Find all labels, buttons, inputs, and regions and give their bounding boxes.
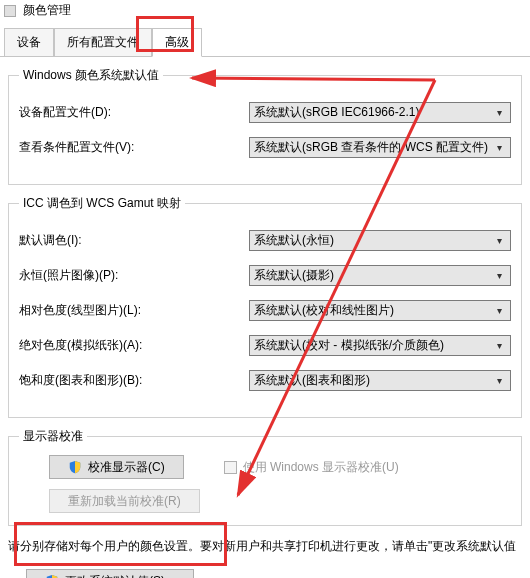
combo-value: 系统默认(图表和图形) — [254, 372, 492, 389]
chevron-down-icon: ▾ — [492, 142, 506, 153]
device-profile-combo[interactable]: 系统默认(sRGB IEC61966-2.1) ▾ — [249, 102, 511, 123]
perceptual-combo[interactable]: 系统默认(摄影) ▾ — [249, 265, 511, 286]
tab-label: 所有配置文件 — [67, 35, 139, 49]
chevron-down-icon: ▾ — [492, 107, 506, 118]
relative-col-label: 相对色度(线型图片)(L): — [19, 302, 249, 319]
button-label: 重新加载当前校准(R) — [68, 493, 181, 510]
combo-value: 系统默认(校对和线性图片) — [254, 302, 492, 319]
tab-advanced[interactable]: 高级 — [152, 28, 202, 57]
checkbox-box — [224, 461, 237, 474]
app-icon — [4, 5, 16, 17]
row-absolute-col: 绝对色度(模拟纸张)(A): 系统默认(校对 - 模拟纸张/介质颜色) ▾ — [19, 335, 511, 356]
absolute-col-combo[interactable]: 系统默认(校对 - 模拟纸张/介质颜色) ▾ — [249, 335, 511, 356]
group-legend: Windows 颜色系统默认值 — [19, 67, 163, 84]
viewing-profile-combo[interactable]: 系统默认(sRGB 查看条件的 WCS 配置文件) ▾ — [249, 137, 511, 158]
change-system-defaults-button[interactable]: 更改系统默认值(S)... — [26, 569, 194, 578]
relative-col-combo[interactable]: 系统默认(校对和线性图片) ▾ — [249, 300, 511, 321]
button-label: 校准显示器(C) — [88, 459, 165, 476]
tab-strip: 设备 所有配置文件 高级 — [0, 27, 530, 57]
tab-devices[interactable]: 设备 — [4, 28, 54, 57]
viewing-profile-label: 查看条件配置文件(V): — [19, 139, 249, 156]
window-title-row: 颜色管理 — [0, 0, 530, 25]
chevron-down-icon: ▾ — [492, 375, 506, 386]
row-saturation: 饱和度(图表和图形)(B): 系统默认(图表和图形) ▾ — [19, 370, 511, 391]
shield-icon — [68, 460, 82, 474]
combo-value: 系统默认(sRGB 查看条件的 WCS 配置文件) — [254, 139, 492, 156]
combo-value: 系统默认(sRGB IEC61966-2.1) — [254, 104, 492, 121]
calibrate-display-button[interactable]: 校准显示器(C) — [49, 455, 184, 479]
use-windows-calibration-checkbox[interactable]: 使用 Windows 显示器校准(U) — [224, 459, 399, 476]
row-viewing-profile: 查看条件配置文件(V): 系统默认(sRGB 查看条件的 WCS 配置文件) ▾ — [19, 137, 511, 158]
chevron-down-icon: ▾ — [492, 305, 506, 316]
default-intent-combo[interactable]: 系统默认(永恒) ▾ — [249, 230, 511, 251]
group-icc-mapping: ICC 调色到 WCS Gamut 映射 默认调色(I): 系统默认(永恒) ▾… — [8, 195, 522, 418]
default-intent-label: 默认调色(I): — [19, 232, 249, 249]
row-perceptual: 永恒(照片图像)(P): 系统默认(摄影) ▾ — [19, 265, 511, 286]
calibration-row: 校准显示器(C) 使用 Windows 显示器校准(U) — [19, 455, 511, 479]
footer-note: 请分别存储对每个用户的颜色设置。要对新用户和共享打印机进行更改，请单击"更改系统… — [8, 538, 522, 555]
perceptual-label: 永恒(照片图像)(P): — [19, 267, 249, 284]
window-title: 颜色管理 — [23, 3, 71, 17]
chevron-down-icon: ▾ — [492, 270, 506, 281]
group-legend: 显示器校准 — [19, 428, 87, 445]
saturation-combo[interactable]: 系统默认(图表和图形) ▾ — [249, 370, 511, 391]
tab-all-profiles[interactable]: 所有配置文件 — [54, 28, 152, 57]
row-relative-col: 相对色度(线型图片)(L): 系统默认(校对和线性图片) ▾ — [19, 300, 511, 321]
row-device-profile: 设备配置文件(D): 系统默认(sRGB IEC61966-2.1) ▾ — [19, 102, 511, 123]
tab-body-advanced: Windows 颜色系统默认值 设备配置文件(D): 系统默认(sRGB IEC… — [0, 57, 530, 578]
device-profile-label: 设备配置文件(D): — [19, 104, 249, 121]
group-legend: ICC 调色到 WCS Gamut 映射 — [19, 195, 185, 212]
reload-calibration-button: 重新加载当前校准(R) — [49, 489, 200, 513]
combo-value: 系统默认(校对 - 模拟纸张/介质颜色) — [254, 337, 492, 354]
tab-label: 设备 — [17, 35, 41, 49]
checkbox-label: 使用 Windows 显示器校准(U) — [243, 459, 399, 476]
group-color-defaults: Windows 颜色系统默认值 设备配置文件(D): 系统默认(sRGB IEC… — [8, 67, 522, 185]
saturation-label: 饱和度(图表和图形)(B): — [19, 372, 249, 389]
combo-value: 系统默认(永恒) — [254, 232, 492, 249]
shield-icon — [45, 574, 59, 578]
button-label: 更改系统默认值(S)... — [65, 573, 175, 579]
tab-label: 高级 — [165, 35, 189, 49]
row-default-intent: 默认调色(I): 系统默认(永恒) ▾ — [19, 230, 511, 251]
combo-value: 系统默认(摄影) — [254, 267, 492, 284]
absolute-col-label: 绝对色度(模拟纸张)(A): — [19, 337, 249, 354]
group-display-calibration: 显示器校准 校准显示器(C) 使用 Windows 显示器校准(U) 重新加载当… — [8, 428, 522, 526]
chevron-down-icon: ▾ — [492, 340, 506, 351]
chevron-down-icon: ▾ — [492, 235, 506, 246]
